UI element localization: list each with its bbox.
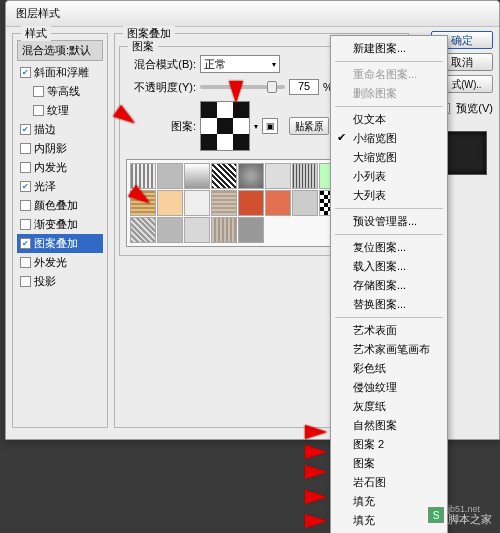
watermark-text: 脚本之家 — [448, 514, 492, 525]
new-style-button[interactable]: 式(W).. — [440, 75, 493, 93]
menu-reset-patterns[interactable]: 复位图案... — [331, 238, 447, 257]
menu-large-list[interactable]: 大列表 — [331, 186, 447, 205]
preview-thumbnail — [443, 131, 487, 175]
annotation-arrow-icon — [305, 425, 327, 439]
opacity-label: 不透明度(Y): — [126, 80, 196, 95]
chevron-down-icon: ▾ — [272, 60, 276, 69]
effect-drop-shadow[interactable]: 投影 — [17, 272, 103, 291]
pattern-thumb[interactable] — [238, 190, 264, 216]
menu-erosion[interactable]: 侵蚀纹理 — [331, 378, 447, 397]
menu-gray-paper[interactable]: 灰度纸 — [331, 397, 447, 416]
checkbox-icon[interactable] — [33, 86, 44, 97]
menu-patterns[interactable]: 图案 — [331, 454, 447, 473]
pattern-thumb[interactable] — [292, 163, 318, 189]
pattern-thumb[interactable] — [184, 217, 210, 243]
pattern-thumb[interactable] — [292, 190, 318, 216]
annotation-arrow-icon — [305, 465, 327, 479]
menu-rename-pattern: 重命名图案... — [331, 65, 447, 84]
separator — [335, 106, 443, 107]
blend-options-header[interactable]: 混合选项:默认 — [17, 40, 103, 61]
blend-mode-label: 混合模式(B): — [126, 57, 196, 72]
slider-thumb[interactable] — [267, 81, 277, 93]
checkbox-icon[interactable] — [20, 200, 31, 211]
watermark-icon: S — [428, 507, 444, 523]
styles-panel: 样式 混合选项:默认 斜面和浮雕 等高线 纹理 描边 内阴影 内发光 光泽 颜色… — [12, 33, 108, 428]
pattern-grid — [130, 163, 355, 243]
new-preset-icon[interactable]: ▣ — [262, 118, 278, 134]
checkbox-icon[interactable] — [33, 105, 44, 116]
menu-nature-patterns[interactable]: 自然图案 — [331, 416, 447, 435]
menu-rock[interactable]: 岩石图 — [331, 473, 447, 492]
separator — [335, 317, 443, 318]
effect-outer-glow[interactable]: 外发光 — [17, 253, 103, 272]
checkbox-icon[interactable] — [20, 238, 31, 249]
pattern-thumb[interactable] — [265, 190, 291, 216]
menu-color-paper[interactable]: 彩色纸 — [331, 359, 447, 378]
effect-color-overlay[interactable]: 颜色叠加 — [17, 196, 103, 215]
effect-inner-shadow[interactable]: 内阴影 — [17, 139, 103, 158]
annotation-arrow-icon — [305, 514, 327, 528]
menu-large-thumb[interactable]: 大缩览图 — [331, 148, 447, 167]
menu-save-patterns[interactable]: 存储图案... — [331, 276, 447, 295]
preview-label: 预览(V) — [456, 101, 493, 116]
pattern-thumb[interactable] — [184, 190, 210, 216]
menu-art-surface[interactable]: 艺术表面 — [331, 321, 447, 340]
menu-patterns-2[interactable]: 图案 2 — [331, 435, 447, 454]
effect-pattern-overlay[interactable]: 图案叠加 — [17, 234, 103, 253]
style-effects-list: 斜面和浮雕 等高线 纹理 描边 内阴影 内发光 光泽 颜色叠加 渐变叠加 图案叠… — [17, 63, 103, 291]
pattern-swatch[interactable] — [200, 101, 250, 151]
pattern-thumb[interactable] — [265, 163, 291, 189]
checkbox-icon[interactable] — [20, 143, 31, 154]
pattern-thumb[interactable] — [130, 163, 156, 189]
menu-replace-patterns[interactable]: 替换图案... — [331, 295, 447, 314]
checkbox-icon[interactable] — [20, 219, 31, 230]
effect-stroke[interactable]: 描边 — [17, 120, 103, 139]
separator — [335, 61, 443, 62]
titlebar[interactable]: 图层样式 — [6, 1, 499, 27]
pattern-thumb[interactable] — [211, 163, 237, 189]
separator — [335, 234, 443, 235]
checkbox-icon[interactable] — [20, 257, 31, 268]
annotation-arrow-icon — [305, 490, 327, 504]
effect-satin[interactable]: 光泽 — [17, 177, 103, 196]
pattern-flyout-menu: 新建图案... 重命名图案... 删除图案 仅文本 小缩览图 大缩览图 小列表 … — [330, 35, 448, 533]
menu-artist-canvas[interactable]: 艺术家画笔画布 — [331, 340, 447, 359]
menu-small-list[interactable]: 小列表 — [331, 167, 447, 186]
annotation-arrow-icon — [229, 81, 243, 103]
checkbox-icon[interactable] — [20, 124, 31, 135]
menu-small-thumb[interactable]: 小缩览图 — [331, 129, 447, 148]
checkbox-icon[interactable] — [20, 67, 31, 78]
menu-text-only[interactable]: 仅文本 — [331, 110, 447, 129]
pattern-thumb[interactable] — [157, 190, 183, 216]
effect-inner-glow[interactable]: 内发光 — [17, 158, 103, 177]
pattern-thumb[interactable] — [157, 163, 183, 189]
separator — [335, 208, 443, 209]
effect-bevel[interactable]: 斜面和浮雕 — [17, 63, 103, 82]
snap-origin-button[interactable]: 贴紧原 — [289, 117, 329, 135]
checkbox-icon[interactable] — [20, 181, 31, 192]
opacity-value[interactable]: 75 — [289, 79, 319, 95]
window-title: 图层样式 — [16, 7, 60, 19]
pattern-thumb[interactable] — [130, 217, 156, 243]
checkbox-icon[interactable] — [20, 276, 31, 287]
pattern-thumb[interactable] — [238, 217, 264, 243]
pattern-group-title: 图案 — [128, 39, 158, 54]
watermark: S jb51.net 脚本之家 — [428, 505, 492, 525]
pattern-thumb[interactable] — [238, 163, 264, 189]
pattern-thumb[interactable] — [211, 190, 237, 216]
chevron-down-icon[interactable]: ▾ — [254, 122, 258, 131]
styles-panel-title: 样式 — [21, 26, 51, 41]
menu-delete-pattern: 删除图案 — [331, 84, 447, 103]
annotation-arrow-icon — [305, 445, 327, 459]
menu-new-pattern[interactable]: 新建图案... — [331, 39, 447, 58]
effect-contour[interactable]: 等高线 — [17, 82, 103, 101]
menu-load-patterns[interactable]: 载入图案... — [331, 257, 447, 276]
pattern-thumb[interactable] — [211, 217, 237, 243]
menu-preset-manager[interactable]: 预设管理器... — [331, 212, 447, 231]
blend-mode-select[interactable]: 正常▾ — [200, 55, 280, 73]
checkbox-icon[interactable] — [20, 162, 31, 173]
pattern-thumb[interactable] — [157, 217, 183, 243]
effect-gradient-overlay[interactable]: 渐变叠加 — [17, 215, 103, 234]
effect-texture[interactable]: 纹理 — [17, 101, 103, 120]
pattern-thumb[interactable] — [184, 163, 210, 189]
